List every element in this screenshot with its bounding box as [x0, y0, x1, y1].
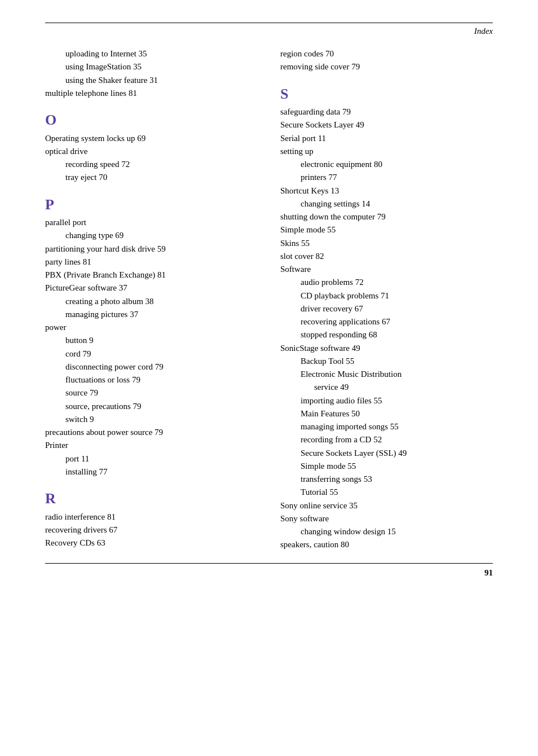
list-item: recording from a CD 52 [301, 433, 493, 446]
list-item: PBX (Private Branch Exchange) 81 [45, 269, 258, 282]
list-item: changing window design 15 [301, 525, 493, 538]
list-item: radio interference 81 [45, 511, 258, 524]
list-item: shutting down the computer 79 [280, 210, 493, 223]
page-number: 91 [45, 568, 493, 578]
list-item: Simple mode 55 [301, 460, 493, 473]
bottom-rule [45, 563, 493, 564]
list-item: Printer [45, 439, 258, 452]
list-item: Software [280, 263, 493, 276]
list-item: transferring songs 53 [301, 473, 493, 486]
list-item: using ImageStation 35 [65, 60, 258, 73]
list-item: Shortcut Keys 13 [280, 184, 493, 197]
list-item: Recovery CDs 63 [45, 537, 258, 550]
list-item: electronic equipment 80 [301, 158, 493, 171]
content-columns: uploading to Internet 35using ImageStati… [45, 47, 493, 552]
list-item: changing type 69 [65, 229, 258, 242]
list-item: importing audio files 55 [301, 394, 493, 407]
list-item: SonicStage software 49 [280, 342, 493, 355]
list-item: Skins 55 [280, 237, 493, 250]
list-item: safeguarding data 79 [280, 106, 493, 118]
list-item: multiple telephone lines 81 [45, 87, 258, 100]
section-letter: S [280, 86, 493, 103]
list-item: Secure Sockets Layer 49 [280, 118, 493, 131]
list-item: using the Shaker feature 31 [65, 74, 258, 87]
header-text: Index [474, 27, 493, 36]
list-item: tray eject 70 [65, 171, 258, 184]
list-item: optical drive [45, 145, 258, 158]
list-item: creating a photo album 38 [65, 295, 258, 308]
section-letter: P [45, 197, 258, 213]
list-item: Main Features 50 [301, 407, 493, 420]
list-item: audio problems 72 [301, 276, 493, 289]
list-item: port 11 [65, 452, 258, 465]
list-item: cord 79 [65, 348, 258, 361]
list-item: driver recovery 67 [301, 302, 493, 315]
list-item: region codes 70 [280, 47, 493, 60]
list-item: partitioning your hard disk drive 59 [45, 243, 258, 256]
sections-right: Ssafeguarding data 79Secure Sockets Laye… [280, 86, 493, 552]
list-item: fluctuations or loss 79 [65, 373, 258, 386]
list-item: recording speed 72 [65, 158, 258, 171]
list-item: uploading to Internet 35 [65, 47, 258, 60]
section-letter: R [45, 491, 258, 507]
list-item: managing pictures 37 [65, 308, 258, 321]
list-item: Simple mode 55 [280, 223, 493, 236]
list-item: removing side cover 79 [280, 60, 493, 73]
intro-entries-left: uploading to Internet 35using ImageStati… [45, 47, 258, 100]
list-item: changing settings 14 [301, 197, 493, 210]
list-item: Operating system locks up 69 [45, 132, 258, 145]
page: Index uploading to Internet 35using Imag… [0, 0, 538, 756]
list-item: Tutorial 55 [301, 486, 493, 499]
list-item: recovering drivers 67 [45, 524, 258, 537]
page-header: Index [45, 27, 493, 36]
list-item: Sony online service 35 [280, 499, 493, 512]
top-rule [45, 23, 493, 23]
list-item: power [45, 321, 258, 334]
list-item: Backup Tool 55 [301, 355, 493, 368]
list-item: setting up [280, 145, 493, 158]
list-item: precautions about power source 79 [45, 426, 258, 439]
right-column: region codes 70removing side cover 79 Ss… [280, 47, 493, 552]
list-item: slot cover 82 [280, 250, 493, 263]
list-item: party lines 81 [45, 256, 258, 269]
list-item: speakers, caution 80 [280, 538, 493, 551]
list-item: installing 77 [65, 465, 258, 478]
list-item: service 49 [314, 381, 493, 394]
list-item: recovering applications 67 [301, 315, 493, 328]
list-item: managing imported songs 55 [301, 420, 493, 433]
list-item: parallel port [45, 216, 258, 229]
sections-left: OOperating system locks up 69optical dri… [45, 112, 258, 550]
list-item: Serial port 11 [280, 132, 493, 145]
left-column: uploading to Internet 35using ImageStati… [45, 47, 258, 552]
list-item: Sony software [280, 512, 493, 525]
section-letter: O [45, 112, 258, 129]
list-item: Secure Sockets Layer (SSL) 49 [301, 447, 493, 460]
list-item: Electronic Music Distribution [301, 368, 493, 381]
intro-entries-right: region codes 70removing side cover 79 [280, 47, 493, 74]
list-item: button 9 [65, 334, 258, 347]
list-item: disconnecting power cord 79 [65, 361, 258, 373]
list-item: CD playback problems 71 [301, 289, 493, 302]
list-item: PictureGear software 37 [45, 282, 258, 295]
list-item: stopped responding 68 [301, 328, 493, 341]
list-item: source 79 [65, 386, 258, 399]
list-item: source, precautions 79 [65, 400, 258, 413]
list-item: switch 9 [65, 413, 258, 426]
list-item: printers 77 [301, 171, 493, 184]
